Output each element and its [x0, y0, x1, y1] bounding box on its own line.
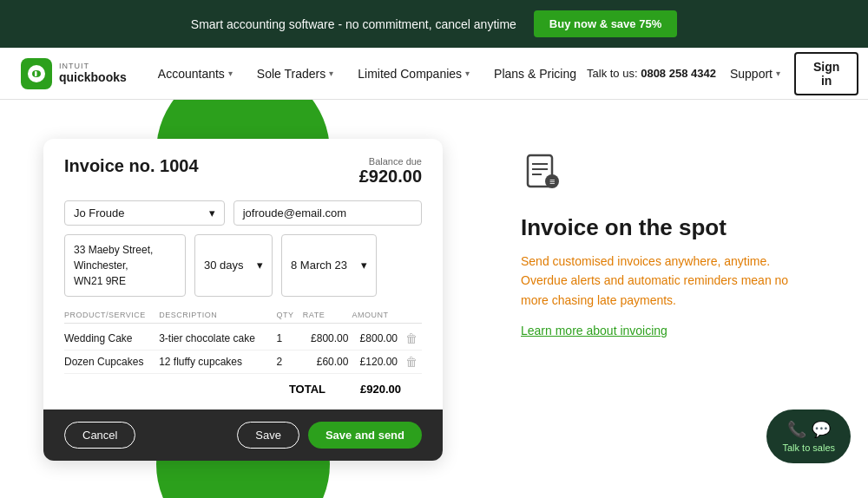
nav-item-plans-pricing[interactable]: Plans & Pricing [483, 60, 587, 88]
invoice-header-row: Invoice no. 1004 Balance due £920.00 [64, 156, 422, 187]
chevron-down-icon: ▾ [257, 259, 263, 272]
row1-product: Wedding Cake [64, 332, 155, 344]
nav-links: Accountants ▾ Sole Traders ▾ Limited Com… [148, 60, 587, 88]
navbar: INTUIT quickbooks Accountants ▾ Sole Tra… [0, 48, 868, 100]
balance-amount: £920.00 [359, 167, 422, 187]
invoice-footer: Cancel Save Save and send [43, 410, 443, 461]
col-description-header: DESCRIPTION [159, 311, 273, 319]
balance-due-area: Balance due £920.00 [359, 156, 422, 187]
phone-text: Talk to us: 0808 258 4342 [587, 67, 716, 80]
chevron-down-icon: ▾ [209, 206, 215, 220]
banner-text: Smart accounting software - no commitmen… [191, 17, 516, 31]
phone-icon: 📞 [787, 420, 806, 439]
save-and-send-button[interactable]: Save and send [308, 422, 422, 449]
col-amount-header: AMOUNT [352, 311, 398, 319]
delete-row2-icon[interactable]: 🗑 [401, 355, 422, 369]
row1-amount: £800.00 [352, 332, 398, 344]
top-banner: Smart accounting software - no commitmen… [0, 0, 868, 48]
table-header: PRODUCT/SERVICE DESCRIPTION QTY RATE AMO… [64, 307, 422, 324]
chevron-down-icon: ▾ [329, 69, 333, 78]
svg-text:≡: ≡ [549, 176, 555, 187]
logo-text: INTUIT quickbooks [59, 62, 127, 84]
row2-amount: £120.00 [352, 356, 398, 368]
address-field: 33 Maeby Street, Winchester, WN21 9RE [64, 234, 186, 297]
total-row: TOTAL £920.00 [64, 374, 422, 396]
chevron-down-icon: ▾ [776, 69, 780, 78]
nav-right: Talk to us: 0808 258 4342 Support ▾ Sign… [587, 52, 858, 95]
row2-product: Dozen Cupcakes [64, 356, 155, 368]
save-button[interactable]: Save [237, 422, 299, 449]
bubble-icons: 📞 💬 [787, 420, 831, 439]
feature-title: Invoice on the spot [521, 214, 833, 241]
delete-row1-icon[interactable]: 🗑 [401, 331, 422, 345]
col-product-header: PRODUCT/SERVICE [64, 311, 155, 319]
row2-rate: £60.00 [303, 356, 349, 368]
chevron-down-icon: ▾ [228, 69, 233, 78]
nav-item-limited-companies[interactable]: Limited Companies ▾ [347, 60, 480, 88]
talk-to-sales-bubble[interactable]: 📞 💬 Talk to sales [766, 410, 851, 463]
support-button[interactable]: Support ▾ [730, 67, 780, 81]
customer-row: Jo Froude ▾ jofroude@email.com [64, 200, 422, 226]
invoice-number: Invoice no. 1004 [64, 156, 199, 176]
row1-qty: 1 [277, 332, 299, 344]
row1-description: 3-tier chocolate cake [159, 332, 273, 344]
nav-item-sole-traders[interactable]: Sole Traders ▾ [247, 60, 344, 88]
chevron-down-icon: ▾ [465, 69, 470, 78]
chevron-down-icon: ▾ [361, 259, 367, 272]
invoice-icon: ≡ [521, 152, 833, 200]
banner-cta-button[interactable]: Buy now & save 75% [534, 10, 677, 37]
table-row: Wedding Cake 3-tier chocolate cake 1 £80… [64, 327, 422, 351]
terms-select[interactable]: 30 days ▾ [194, 234, 273, 297]
total-amount: £920.00 [360, 383, 401, 396]
main-content: Invoice no. 1004 Balance due £920.00 Jo … [0, 100, 868, 498]
col-qty-header: QTY [277, 311, 299, 319]
date-select[interactable]: 8 March 23 ▾ [281, 234, 377, 297]
address-date-row: 33 Maeby Street, Winchester, WN21 9RE 30… [64, 234, 422, 297]
invoice-table: PRODUCT/SERVICE DESCRIPTION QTY RATE AMO… [64, 307, 422, 374]
invoice-body: Invoice no. 1004 Balance due £920.00 Jo … [43, 139, 443, 410]
logo-area[interactable]: INTUIT quickbooks [21, 58, 127, 89]
footer-right-buttons: Save Save and send [237, 422, 422, 449]
quickbooks-label: quickbooks [59, 71, 127, 84]
row2-description: 12 fluffy cupcakes [159, 356, 273, 368]
cancel-button[interactable]: Cancel [64, 422, 135, 449]
feature-desc-highlight: invoices [617, 254, 661, 268]
email-field[interactable]: jofroude@email.com [233, 200, 422, 226]
svg-rect-1 [35, 71, 37, 76]
row2-qty: 2 [277, 356, 299, 368]
logo-icon [21, 58, 52, 89]
invoice-card: Invoice no. 1004 Balance due £920.00 Jo … [43, 139, 443, 461]
total-label: TOTAL [289, 383, 326, 396]
row1-rate: £800.00 [303, 332, 349, 344]
chat-icon: 💬 [812, 420, 831, 439]
customer-select[interactable]: Jo Froude ▾ [64, 200, 225, 226]
talk-sales-label: Talk to sales [782, 442, 835, 453]
sign-in-button[interactable]: Sign in [794, 52, 858, 95]
feature-desc-part1: Send customised [521, 254, 617, 268]
table-row: Dozen Cupcakes 12 fluffy cupcakes 2 £60.… [64, 351, 422, 374]
balance-label: Balance due [359, 156, 422, 167]
left-panel: Invoice no. 1004 Balance due £920.00 Jo … [0, 100, 486, 498]
learn-more-link[interactable]: Learn more about invoicing [521, 324, 833, 337]
feature-description: Send customised invoices anywhere, anyti… [521, 252, 799, 310]
col-rate-header: RATE [303, 311, 349, 319]
nav-item-accountants[interactable]: Accountants ▾ [148, 60, 243, 88]
